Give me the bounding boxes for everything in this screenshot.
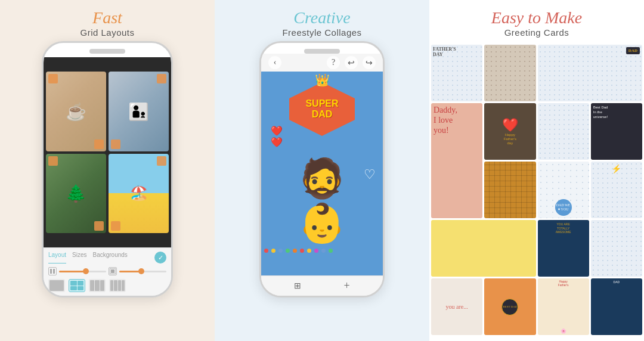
center-bottom-toolbar: ⊞ +: [261, 275, 383, 296]
add-button[interactable]: +: [343, 280, 349, 292]
card-script-text: Daddy,I loveyou!: [431, 103, 482, 138]
card-item: [484, 45, 535, 101]
slider-row-1: [48, 267, 166, 275]
card-item-script: you are...: [431, 278, 482, 335]
photo-cell-beach: [109, 154, 169, 234]
center-panel-title: Creative Freestyle Collages: [282, 8, 361, 38]
confetti-dot: [286, 249, 290, 253]
card-happy-text: HappyFather's: [538, 278, 589, 288]
card-item-orange: BEST DAD: [484, 278, 535, 335]
layout-cell: [114, 280, 117, 291]
toolbar-sliders: [48, 267, 166, 275]
layout-cell: [122, 280, 125, 291]
toolbar-tabs: Layout Sizes Backgrounds ✓: [48, 252, 166, 264]
tab-layout[interactable]: Layout: [48, 252, 66, 264]
phone-notch-center: [304, 49, 340, 54]
slider-fill-1: [59, 271, 85, 272]
center-sub-title: Freestyle Collages: [282, 27, 361, 38]
card-badge: DAD: [626, 47, 640, 54]
card-navy-text: DAD: [591, 278, 642, 286]
card-item-plaid: [484, 162, 535, 218]
hearts-sticker: ❤️❤️: [271, 125, 283, 148]
undo-button[interactable]: ↩: [345, 56, 358, 69]
heart-outline: ♡: [364, 167, 376, 182]
left-phone-screen: Layout Sizes Backgrounds ✓: [44, 57, 171, 296]
confetti-area: [261, 246, 383, 275]
tab-backgrounds[interactable]: Backgrounds: [92, 252, 127, 264]
right-panel-title: Easy to Make Greeting Cards: [491, 8, 582, 38]
card-item-yellow: [431, 220, 536, 277]
photo-cell-forest: [46, 154, 106, 234]
center-script-title: Creative: [293, 8, 350, 27]
redo-button[interactable]: ↪: [363, 56, 376, 69]
right-panel: Easy to Make Greeting Cards FATHER'SDAY …: [429, 0, 644, 341]
layout-grid-2x2[interactable]: [69, 279, 85, 292]
card-text-gold: YOU ARETOTALLYAWESOME: [538, 220, 589, 237]
card-item: [538, 103, 589, 160]
screen-bottom-bar: [44, 233, 171, 247]
greeting-cards-grid: FATHER'SDAY DAD Daddy,I loveyou! ❤️ Happ…: [429, 45, 644, 337]
dad-baby-photo: 🧔👶: [292, 156, 352, 246]
confetti-dot: [321, 249, 326, 253]
cell-accent-tl: [48, 74, 58, 83]
layout-cell: [90, 280, 94, 291]
card-script-label: you are...: [446, 303, 468, 310]
card-item-navy: YOU ARETOTALLYAWESOME: [538, 220, 589, 277]
toolbar-layouts: [48, 279, 166, 292]
card-text-white: Best DadIn theuniverse!: [591, 103, 642, 122]
back-button[interactable]: ‹: [268, 56, 281, 69]
card-item-light: 🌸 HappyFather's: [538, 278, 589, 335]
left-panel: Fast Grid Layouts: [0, 0, 215, 341]
cell-accent-tr2: [157, 156, 166, 166]
layout-cell: [78, 286, 84, 291]
card-lightning: ⚡: [611, 164, 621, 174]
slider-icon-2: [109, 267, 117, 275]
tab-sizes[interactable]: Sizes: [72, 252, 86, 264]
layout-cell: [118, 280, 121, 291]
card-item-white-dots: DAD WE ♥ YOU: [538, 162, 589, 218]
confirm-button[interactable]: ✓: [154, 252, 166, 264]
center-phone-controls: ‹ ? ↩ ↪: [261, 54, 383, 72]
phone-toolbar: Layout Sizes Backgrounds ✓: [44, 247, 171, 296]
layout-cell: [78, 281, 84, 286]
slider-track-2[interactable]: [119, 271, 166, 272]
card-item: DAD: [538, 45, 643, 101]
card-round-badge: BEST DAD: [501, 299, 518, 315]
help-button[interactable]: ?: [327, 56, 340, 69]
confetti-dot: [278, 249, 283, 253]
card-item: [591, 220, 642, 277]
layout-4col[interactable]: [109, 279, 126, 292]
slider-thumb-2[interactable]: [138, 268, 144, 274]
cell-accent-bl2: [111, 221, 120, 231]
center-phone: ‹ ? ↩ ↪ SUPER DAD 👑 ❤️❤️: [259, 41, 385, 297]
confetti-dot: [293, 249, 297, 253]
slider-thumb-1[interactable]: [83, 268, 89, 274]
diamond-badge: SUPER DAD: [289, 82, 355, 136]
confetti-dot: [329, 249, 333, 253]
center-panel: Creative Freestyle Collages ‹ ? ↩ ↪ SUPE…: [215, 0, 429, 341]
card-item-navy2: DAD: [591, 278, 642, 335]
right-panel-title-area: Easy to Make Greeting Cards: [491, 0, 582, 45]
photo-cell-coffee: [46, 72, 106, 151]
cell-accent-bl: [111, 140, 120, 149]
right-sub-title: Greeting Cards: [491, 27, 582, 38]
phone-notch-left: [89, 49, 125, 54]
slider-track-1[interactable]: [59, 271, 106, 272]
cell-accent-tr: [157, 74, 166, 83]
confetti-dot: [264, 249, 268, 253]
right-script-title: Easy to Make: [491, 8, 582, 27]
card-item-salmon: Daddy,I loveyou!: [431, 103, 482, 218]
cell-accent-br2: [94, 221, 104, 231]
card-item-dark2: Best DadIn theuniverse!: [591, 103, 642, 160]
super-dad-text: SUPER DAD: [305, 98, 338, 119]
expand-button[interactable]: ⊞: [294, 281, 301, 291]
layout-single[interactable]: [48, 279, 65, 292]
cell-accent-br: [94, 140, 104, 149]
screen-top-bar: [44, 57, 171, 72]
collage-canvas[interactable]: SUPER DAD 👑 ❤️❤️ ♡ 🧔👶: [261, 72, 383, 275]
layout-cell: [49, 280, 64, 291]
card-heart-content: ❤️ HappyFather'sday: [502, 117, 518, 146]
layout-3col[interactable]: [89, 279, 106, 292]
confetti-dot: [300, 249, 304, 253]
left-script-title: Fast: [92, 8, 122, 27]
